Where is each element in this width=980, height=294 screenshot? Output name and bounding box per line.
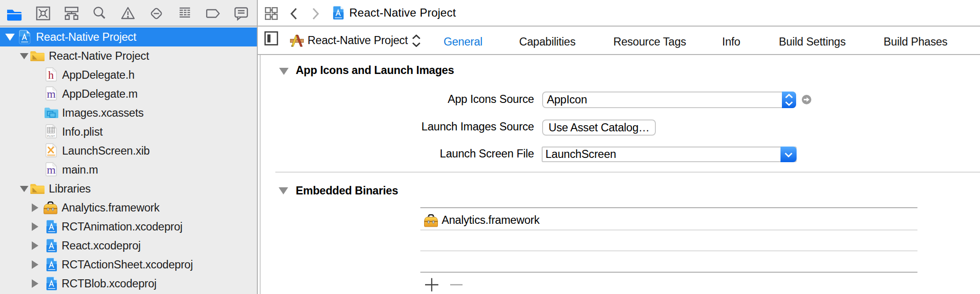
svg-text:PLIST: PLIST	[47, 135, 55, 138]
svg-text:m: m	[47, 88, 56, 100]
svg-text:h: h	[48, 69, 54, 81]
svg-text:m: m	[47, 164, 56, 176]
